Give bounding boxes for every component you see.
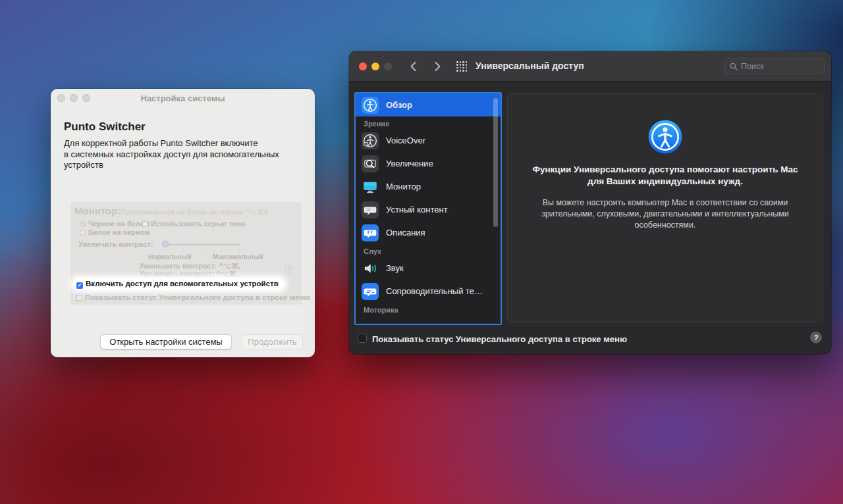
checkbox-grayscale: Использовать серые тона xyxy=(142,220,245,228)
sidebar-item-zoom[interactable]: Увеличение xyxy=(356,152,501,175)
continue-button-disabled: Продолжить xyxy=(242,334,303,349)
overview-description: Вы можете настроить компьютер Mac в соот… xyxy=(519,197,811,231)
open-system-settings-button[interactable]: Открыть настройки системы xyxy=(100,334,232,349)
descriptions-icon xyxy=(362,224,379,241)
radio-black-on-white: Черное на белом xyxy=(80,220,150,228)
accessibility-icon xyxy=(362,97,379,114)
sidebar-item-spoken-content[interactable]: Устный контент xyxy=(356,198,501,221)
checkbox-icon xyxy=(142,221,148,227)
overview-heading: Функции Универсального доступа помогают … xyxy=(517,164,813,188)
sidebar-item-label: Обзор xyxy=(386,100,412,110)
sidebar-section-label: Слух xyxy=(356,244,501,257)
radio-icon xyxy=(80,221,86,227)
captions-icon xyxy=(362,283,379,300)
desktop-wallpaper: Настройка системы Punto Switcher Для кор… xyxy=(0,0,843,504)
zoom-icon xyxy=(362,155,379,172)
contrast-slider-track xyxy=(164,244,240,245)
accessibility-icon xyxy=(647,118,684,155)
contrast-label: Увеличить контраст: xyxy=(78,240,153,248)
sidebar-item-display[interactable]: Монитор xyxy=(356,175,501,198)
search-icon xyxy=(730,63,738,70)
checked-checkbox-icon: ✓ xyxy=(76,282,83,289)
sidebar-item-voiceover[interactable]: VoiceOver xyxy=(356,129,501,152)
accessibility-hint-screenshot: Монитор: Переключиться на белое на черно… xyxy=(70,202,302,305)
zoom-button[interactable] xyxy=(384,63,392,70)
sidebar-item-label: Описания xyxy=(386,228,425,238)
punto-description: Для корректной работы Punto Switcher вкл… xyxy=(64,138,279,171)
sidebar-item-captions[interactable]: Сопроводительный те… xyxy=(356,280,501,303)
display-icon xyxy=(362,178,379,195)
help-button[interactable]: ? xyxy=(810,332,822,343)
contrast-min-label: Нормальный xyxy=(148,253,191,261)
window-title: Настройка системы xyxy=(51,93,315,103)
contrast-slider-ticks xyxy=(164,250,165,252)
show-status-label: Показывать статус Универсального доступа… xyxy=(372,334,627,344)
back-button[interactable] xyxy=(407,60,420,73)
sidebar-item-label: Устный контент xyxy=(386,205,448,214)
window-title: Универсальный доступ xyxy=(476,61,584,71)
sidebar-section-label: Моторика xyxy=(356,303,501,315)
contrast-max-label: Максимальный xyxy=(213,253,263,261)
sidebar-item-label: VoiceOver xyxy=(386,136,425,145)
sidebar-section-label: Зрение xyxy=(356,116,501,129)
accessibility-window: Универсальный доступ Поиск ОбзорЗрениеVo… xyxy=(349,51,831,354)
show-all-preferences-icon[interactable] xyxy=(456,61,468,72)
help-icon: ? xyxy=(285,265,293,273)
monitor-shortcut: Переключиться на белое на черное ^⌥⌘8 xyxy=(121,208,268,216)
show-status-row: Показывать статус Универсального доступа… xyxy=(76,293,310,301)
punto-switcher-window: Настройка системы Punto Switcher Для кор… xyxy=(51,89,315,357)
contrast-slider-thumb xyxy=(162,241,169,247)
increase-contrast-shortcut: Увеличить контраст: ^⌥⌘. xyxy=(140,270,238,278)
sidebar-item-descriptions[interactable]: Описания xyxy=(356,221,501,244)
overview-pane: Функции Универсального доступа помогают … xyxy=(507,93,823,322)
sidebar-item-sound[interactable]: Звук xyxy=(356,257,501,280)
punto-heading: Punto Switcher xyxy=(64,120,146,134)
checkbox-icon xyxy=(76,295,82,301)
monitor-label: Монитор: xyxy=(74,205,121,216)
sidebar-item-label: Звук xyxy=(386,263,404,273)
sidebar-item-label: Сопроводительный те… xyxy=(386,286,483,296)
minimize-button[interactable] xyxy=(371,63,379,70)
search-placeholder: Поиск xyxy=(741,62,764,71)
forward-button[interactable] xyxy=(431,60,444,73)
voiceover-icon xyxy=(362,132,379,149)
close-button[interactable] xyxy=(359,63,367,70)
sound-icon xyxy=(362,260,379,277)
sidebar-item-overview[interactable]: Обзор xyxy=(356,93,501,116)
spoken-icon xyxy=(362,201,379,218)
radio-icon xyxy=(80,230,86,236)
accessibility-titlebar[interactable]: Универсальный доступ Поиск xyxy=(349,51,831,82)
sidebar-scrollbar[interactable] xyxy=(493,98,498,227)
radio-white-on-black: Белое на черном xyxy=(80,228,150,236)
search-input[interactable]: Поиск xyxy=(724,59,825,74)
sidebar-item-label: Увеличение xyxy=(386,159,433,168)
sidebar: ОбзорЗрениеVoiceOverУвеличениеМониторУст… xyxy=(354,92,502,325)
punto-titlebar[interactable]: Настройка системы xyxy=(51,89,315,107)
enable-access-highlight-row: ✓Включить доступ для вспомогательных уст… xyxy=(73,278,284,290)
sidebar-item-label: Монитор xyxy=(386,182,421,191)
show-status-checkbox[interactable] xyxy=(358,334,367,343)
